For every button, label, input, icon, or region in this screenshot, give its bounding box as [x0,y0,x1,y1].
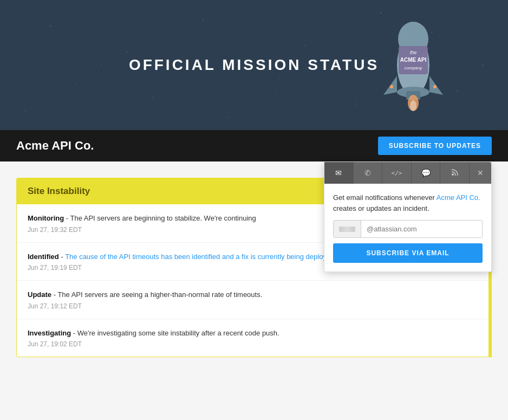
status-update: Update [28,290,51,299]
text-identified: - [61,253,65,261]
status-monitoring: Monitoring [28,214,64,222]
subscribe-button[interactable]: SUBSCRIBE TO UPDATES [378,137,492,155]
tab-chat[interactable]: 💬 [412,162,441,184]
identified-link[interactable]: The cause of the API timeouts has been i… [65,253,334,261]
tab-close[interactable]: ✕ [470,162,491,184]
webhook-icon: </> [392,170,402,177]
company-link[interactable]: Acme API Co. [437,193,480,202]
email-icon: ✉ [335,169,342,177]
svg-text:the: the [410,50,417,55]
incident-text-update: Update - The API servers are seeing a hi… [28,289,480,300]
time-investigating: Jun 27, 19:02 EDT [28,340,480,348]
text-update: - The API servers are seeing a higher-th… [54,290,263,299]
svg-point-12 [433,85,437,88]
nav-bar: Acme API Co. SUBSCRIBE TO UPDATES ✉ ✆ </… [0,130,508,161]
text-investigating: - We're investigating some site instabil… [73,329,279,337]
tab-webhook[interactable]: </> [382,162,412,184]
close-icon: ✕ [477,169,484,177]
incident-entry-investigating: Investigating - We're investigating some… [17,319,491,357]
svg-marker-8 [429,76,443,95]
email-prefix [334,221,361,237]
svg-marker-7 [383,76,397,95]
svg-text:ACME API: ACME API [400,57,427,63]
svg-point-15 [452,173,454,176]
incident-entry-update: Update - The API servers are seeing a hi… [17,281,491,319]
hero-banner: OFFICIAL MISSION STATUS the ACME API com… [0,0,508,130]
email-input-row [333,220,483,238]
text-monitoring: - The API servers are beginning to stabi… [66,214,256,222]
rocket-illustration: the ACME API company [367,5,454,119]
incident-text-investigating: Investigating - We're investigating some… [28,328,480,339]
nav-company-name: Acme API Co. [16,139,94,153]
rss-icon [451,169,459,178]
incident-title: Site Instability [28,186,90,196]
subscribe-dropdown: ✉ ✆ </> 💬 ✕ [324,161,492,272]
svg-point-11 [390,85,393,88]
subscribe-email-button[interactable]: SUBSCRIBE VIA EMAIL [333,243,483,263]
dropdown-tab-bar: ✉ ✆ </> 💬 ✕ [324,162,491,184]
dropdown-body: Get email notifications whenever Acme AP… [324,184,491,272]
tab-email[interactable]: ✉ [324,162,354,184]
status-identified: Identified [28,253,59,261]
svg-text:company: company [405,66,422,70]
hero-title: OFFICIAL MISSION STATUS [129,56,379,74]
tab-phone[interactable]: ✆ [354,162,383,184]
status-investigating: Investigating [28,329,71,337]
svg-point-14 [410,100,416,111]
dropdown-description: Get email notifications whenever Acme AP… [333,192,483,214]
phone-icon: ✆ [364,169,371,177]
tab-rss[interactable] [440,162,470,184]
time-update: Jun 27, 19:12 EDT [28,302,480,310]
chat-icon: 💬 [421,169,431,177]
email-input[interactable] [361,221,482,237]
